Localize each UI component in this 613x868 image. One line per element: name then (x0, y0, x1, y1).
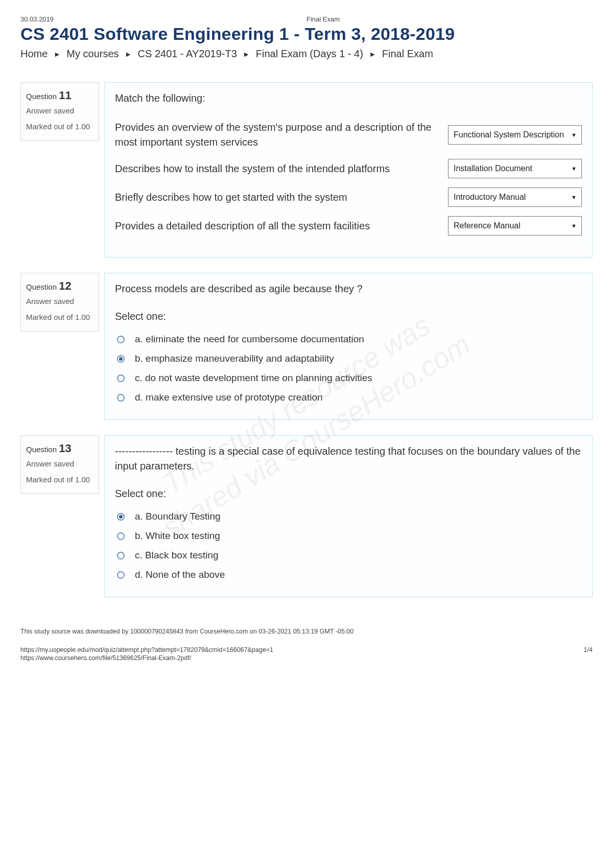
question-body: Match the following: Provides an overvie… (104, 82, 593, 257)
option-label: a. eliminate the need for cumbersome doc… (135, 334, 364, 345)
match-row: Describes how to install the system of t… (115, 159, 582, 178)
option-label: b. emphasize maneuverability and adaptab… (135, 353, 334, 364)
question-info-panel: Question 12 Answer saved Marked out of 1… (20, 273, 99, 332)
question-info-panel: Question 11 Answer saved Marked out of 1… (20, 82, 99, 141)
match-prompt: Provides an overview of the system's pur… (115, 120, 438, 150)
radio-icon[interactable] (117, 394, 125, 402)
question-body: Process models are described as agile be… (104, 273, 593, 420)
question-status: Answer saved (26, 106, 93, 115)
match-select[interactable]: Reference Manual (448, 216, 582, 236)
breadcrumb-item[interactable]: CS 2401 - AY2019-T3 (138, 48, 237, 59)
option-label: a. Boundary Testing (135, 511, 221, 522)
header-small-title: Final Exam (54, 15, 593, 23)
chevron-right-icon: ► (54, 50, 61, 58)
chevron-right-icon: ► (243, 50, 250, 58)
question-number: Question 13 (26, 442, 93, 455)
page-count: 1/4 (584, 646, 593, 662)
radio-icon[interactable] (117, 571, 125, 579)
question-number: Question 11 (26, 89, 93, 102)
question-status: Answer saved (26, 297, 93, 306)
breadcrumb-item[interactable]: Final Exam (Days 1 - 4) (256, 48, 363, 59)
question-prompt: ----------------- testing is a special c… (115, 444, 582, 474)
header-date: 30.03.2019 (20, 15, 54, 23)
option-label: c. do not waste development time on plan… (135, 372, 372, 384)
question-body: ----------------- testing is a special c… (104, 435, 593, 597)
question-block: Question 12 Answer saved Marked out of 1… (20, 273, 593, 420)
option-row[interactable]: b. White box testing (115, 526, 582, 546)
question-info-panel: Question 13 Answer saved Marked out of 1… (20, 435, 99, 494)
match-select[interactable]: Introductory Manual (448, 187, 582, 207)
option-label: b. White box testing (135, 530, 220, 542)
question-marks: Marked out of 1.00 (26, 474, 93, 485)
question-prompt: Match the following: (115, 91, 582, 106)
question-status: Answer saved (26, 459, 93, 468)
footer-url: https://www.coursehero.com/file/51369625… (20, 654, 273, 663)
radio-icon[interactable] (117, 552, 125, 559)
page-footer: https://my.uopeople.edu/mod/quiz/attempt… (20, 646, 593, 662)
match-prompt: Provides a detailed description of all t… (115, 219, 438, 233)
option-row[interactable]: c. do not waste development time on plan… (115, 368, 582, 388)
page-title: CS 2401 Software Engineering 1 - Term 3,… (20, 24, 593, 44)
question-block: Question 11 Answer saved Marked out of 1… (20, 82, 593, 257)
match-select[interactable]: Functional System Description (448, 125, 582, 145)
chevron-right-icon: ► (125, 50, 132, 58)
match-select-wrap: Installation Document (448, 159, 582, 178)
question-marks: Marked out of 1.00 (26, 121, 93, 132)
radio-icon[interactable] (117, 374, 125, 382)
option-row[interactable]: a. eliminate the need for cumbersome doc… (115, 330, 582, 349)
match-prompt: Describes how to install the system of t… (115, 161, 438, 176)
question-number: Question 12 (26, 279, 93, 293)
breadcrumb-item[interactable]: Final Exam (382, 48, 433, 59)
option-label: d. None of the above (135, 569, 225, 580)
radio-icon[interactable] (117, 513, 125, 521)
breadcrumb-item[interactable]: Home (20, 48, 48, 59)
match-row: Provides a detailed description of all t… (115, 216, 582, 236)
radio-icon[interactable] (117, 532, 125, 540)
option-row[interactable]: c. Black box testing (115, 546, 582, 565)
match-select-wrap: Functional System Description (448, 125, 582, 145)
footer-url: https://my.uopeople.edu/mod/quiz/attempt… (20, 646, 273, 654)
match-select[interactable]: Installation Document (448, 159, 582, 178)
option-label: d. make extensive use of prototype creat… (135, 392, 323, 403)
radio-icon[interactable] (117, 355, 125, 363)
chevron-right-icon: ► (369, 50, 376, 58)
match-select-wrap: Reference Manual (448, 216, 582, 236)
match-select-wrap: Introductory Manual (448, 187, 582, 207)
download-footnote: This study source was downloaded by 1000… (20, 628, 593, 635)
radio-icon[interactable] (117, 336, 125, 343)
option-row[interactable]: a. Boundary Testing (115, 507, 582, 526)
option-label: c. Black box testing (135, 550, 219, 561)
option-row[interactable]: b. emphasize maneuverability and adaptab… (115, 349, 582, 368)
option-row[interactable]: d. None of the above (115, 565, 582, 584)
breadcrumb-item[interactable]: My courses (66, 48, 119, 59)
select-one-label: Select one: (115, 311, 582, 322)
question-marks: Marked out of 1.00 (26, 312, 93, 323)
match-prompt: Briefly describes how to get started wit… (115, 190, 438, 205)
match-row: Provides an overview of the system's pur… (115, 120, 582, 150)
match-row: Briefly describes how to get started wit… (115, 187, 582, 207)
breadcrumb: Home ► My courses ► CS 2401 - AY2019-T3 … (20, 48, 593, 60)
question-prompt: Process models are described as agile be… (115, 281, 582, 296)
option-row[interactable]: d. make extensive use of prototype creat… (115, 388, 582, 407)
question-block: Question 13 Answer saved Marked out of 1… (20, 435, 593, 597)
select-one-label: Select one: (115, 488, 582, 500)
